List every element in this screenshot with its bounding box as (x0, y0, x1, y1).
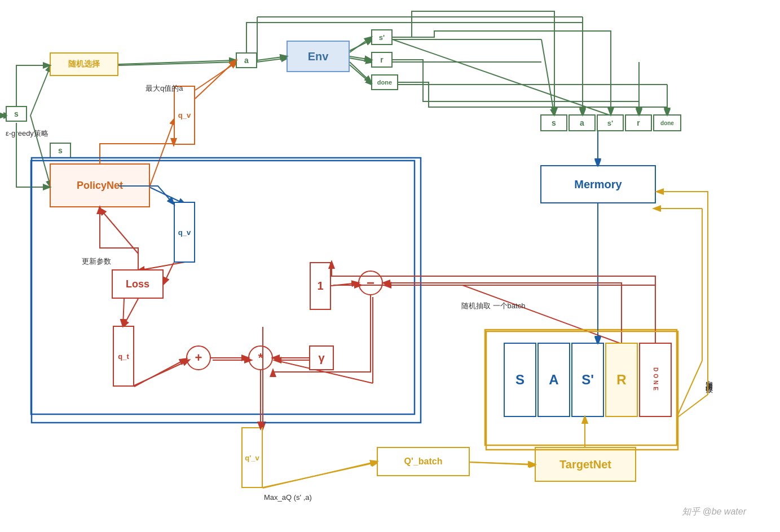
qv-orange-node: q_v (174, 86, 195, 145)
one-box-node: 1 (310, 262, 331, 310)
qt-node: q_t (113, 326, 134, 387)
svg-line-3 (257, 58, 288, 62)
svg-line-59 (134, 359, 186, 387)
watermark: 知乎 @be water (682, 506, 746, 518)
svg-line-55 (195, 60, 236, 99)
plus-op-node: + (186, 345, 211, 370)
qv-blue-node: q_v (174, 202, 195, 263)
s-input-node: s (6, 106, 27, 122)
svg-line-62 (331, 283, 358, 286)
a-mem-node: a (569, 114, 596, 131)
svg-line-6 (350, 65, 372, 85)
policy-net-node: PolicyNet (50, 163, 150, 207)
svg-line-63 (263, 462, 377, 488)
max-q-label: 最大q值的a (146, 83, 183, 94)
random-sample-label: 随机抽取 一个batch (461, 301, 525, 311)
mult-op-node: * (248, 345, 273, 370)
memory-node: Mermory (540, 165, 656, 203)
DONE-batch-node: DONE (639, 343, 672, 417)
minus-op-node: − (358, 271, 383, 295)
svg-line-57 (164, 263, 174, 284)
qprime-v-node: q'_v (241, 427, 263, 488)
svg-line-43 (677, 361, 702, 417)
svg-line-5 (350, 58, 372, 62)
env-node: Env (287, 41, 350, 72)
svg-line-16 (393, 39, 611, 116)
svg-line-35 (462, 285, 622, 344)
s-prime-out-node: s' (371, 29, 393, 45)
svg-line-40 (468, 462, 536, 465)
svg-line-8 (541, 39, 554, 116)
periodic-copy-label: 定期拷贝参数 (704, 375, 714, 382)
svg-line-39 (263, 462, 378, 487)
sp-mem-node: s' (597, 114, 624, 131)
r-mem-node: r (625, 114, 652, 131)
svg-line-58 (123, 299, 124, 326)
svg-line-25 (100, 209, 138, 254)
gamma-node: γ (309, 345, 334, 370)
A-batch-node: A (537, 343, 570, 417)
svg-line-52 (350, 62, 371, 82)
s-mem-node: s (540, 114, 567, 131)
svg-line-64 (470, 462, 535, 464)
loss-node: Loss (112, 269, 164, 299)
diagram: s 随机选择 s PolicyNet q_v a Env s' r done s… (0, 0, 780, 532)
svg-line-4 (350, 39, 372, 51)
svg-line-51 (350, 56, 371, 60)
Sp-batch-node: S' (571, 343, 604, 417)
R-batch-node: R (605, 343, 638, 417)
done-mem-node: done (653, 114, 681, 131)
update-params-label: 更新参数 (82, 256, 111, 267)
epsilon-greedy-label: ε-greedy策略 (6, 128, 49, 139)
svg-line-48 (118, 60, 236, 64)
svg-line-0 (30, 65, 51, 116)
svg-line-2 (118, 62, 237, 65)
random-select-node: 随机选择 (50, 52, 118, 76)
target-net-node: TargetNet (535, 447, 636, 482)
svg-line-19 (149, 118, 175, 187)
qprime-batch-node: Q'_batch (377, 447, 470, 476)
s-input2-node: s (50, 143, 71, 158)
svg-line-50 (350, 37, 371, 52)
svg-line-49 (257, 56, 287, 60)
a-node: a (236, 52, 257, 68)
svg-line-20 (195, 62, 237, 90)
done-out-node: done (371, 74, 398, 90)
S-batch-node: S (504, 343, 536, 417)
max-aQ-label: Max_aQ (s' ,a) (264, 493, 312, 502)
r-out-node: r (371, 52, 393, 68)
svg-line-26 (123, 299, 138, 327)
svg-line-27 (133, 360, 189, 386)
svg-line-1 (30, 116, 51, 187)
